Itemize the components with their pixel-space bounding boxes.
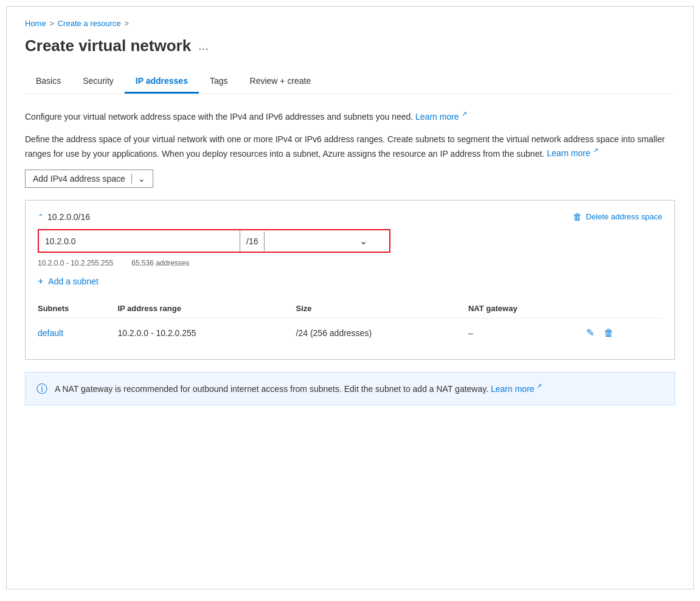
- th-ip-range: IP address range: [117, 299, 296, 318]
- tab-basics[interactable]: Basics: [25, 70, 72, 94]
- subnet-name-cell: default: [38, 318, 117, 348]
- breadcrumb: Home > Create a resource >: [25, 19, 675, 28]
- add-ipv4-label: Add IPv4 address space: [33, 174, 125, 184]
- cidr-select-wrapper: /16 ⌄: [240, 230, 373, 252]
- subnet-ip-range-cell: 10.2.0.0 - 10.2.0.255: [117, 318, 296, 348]
- delete-subnet-button[interactable]: 🗑: [603, 326, 615, 340]
- ext-link-icon-nat: ↗: [536, 382, 542, 390]
- chevron-down-icon: ⌄: [359, 235, 367, 247]
- info-circle-icon: ⓘ: [36, 382, 47, 396]
- info-box-text: A NAT gateway is recommended for outboun…: [55, 381, 542, 396]
- ip-range-info: 10.2.0.0 - 10.2.255.255 65,536 addresses: [38, 259, 662, 267]
- address-range-label: 10.2.0.0/16: [47, 212, 90, 222]
- address-count: 65,536 addresses: [131, 259, 189, 267]
- tab-tags[interactable]: Tags: [199, 70, 239, 94]
- breadcrumb-sep2: >: [125, 19, 129, 28]
- add-btn-container: Add IPv4 address space ⌄: [25, 170, 675, 188]
- delete-address-space-link[interactable]: 🗑 Delete address space: [573, 211, 662, 222]
- plus-icon: +: [38, 276, 43, 287]
- breadcrumb-sep1: >: [50, 19, 54, 28]
- add-subnet-link[interactable]: + Add a subnet: [38, 276, 662, 287]
- page-title-container: Create virtual network ...: [25, 36, 675, 55]
- add-subnet-label: Add a subnet: [48, 276, 99, 286]
- learn-more-2-link[interactable]: Learn more ↗: [547, 148, 598, 158]
- description-2: Define the address space of your virtual…: [25, 133, 675, 160]
- tab-bar: Basics Security IP addresses Tags Review…: [25, 70, 675, 94]
- th-subnets: Subnets: [38, 299, 117, 318]
- add-ipv4-button[interactable]: Add IPv4 address space ⌄: [25, 170, 153, 188]
- ip-input-row: /16 ⌄: [38, 229, 390, 253]
- subnets-table: Subnets IP address range Size NAT gatewa…: [38, 299, 662, 347]
- trash-icon-header: 🗑: [573, 211, 582, 222]
- edit-subnet-button[interactable]: ✎: [585, 326, 595, 340]
- ellipsis-menu[interactable]: ...: [198, 39, 209, 53]
- description-1: Configure your virtual network address s…: [25, 109, 675, 123]
- tab-ip-addresses[interactable]: IP addresses: [125, 70, 199, 94]
- subnet-size-cell: /24 (256 addresses): [296, 318, 468, 348]
- tab-review-create[interactable]: Review + create: [239, 70, 322, 94]
- learn-more-1-link[interactable]: Learn more ↗: [415, 112, 466, 122]
- page-title: Create virtual network: [25, 36, 191, 55]
- dropdown-chevron-icon: ⌄: [138, 174, 145, 184]
- collapse-icon[interactable]: ⌃: [38, 213, 44, 221]
- ip-range-text: 10.2.0.0 - 10.2.255.255: [38, 259, 113, 267]
- subnet-nat-cell: –: [468, 318, 585, 348]
- breadcrumb-home[interactable]: Home: [25, 19, 46, 28]
- cidr-dropdown[interactable]: ⌄: [265, 230, 373, 252]
- address-block-header: ⌃ 10.2.0.0/16 🗑 Delete address space: [38, 211, 662, 222]
- subnet-name-link[interactable]: default: [38, 328, 63, 338]
- breadcrumb-create-resource[interactable]: Create a resource: [58, 19, 121, 28]
- th-nat-gateway: NAT gateway: [468, 299, 585, 318]
- learn-more-nat-link[interactable]: Learn more ↗: [491, 384, 542, 394]
- ext-link-icon-2: ↗: [593, 147, 598, 154]
- tab-security[interactable]: Security: [72, 70, 125, 94]
- button-divider: [131, 174, 132, 184]
- delete-address-label: Delete address space: [586, 212, 662, 221]
- info-box: ⓘ A NAT gateway is recommended for outbo…: [25, 372, 675, 405]
- th-size: Size: [296, 299, 468, 318]
- address-space-block: ⌃ 10.2.0.0/16 🗑 Delete address space /16…: [25, 200, 675, 360]
- table-row: default 10.2.0.0 - 10.2.0.255 /24 (256 a…: [38, 318, 662, 348]
- subnet-actions-cell: ✎ 🗑: [585, 318, 662, 347]
- cidr-prefix: /16: [240, 232, 265, 251]
- th-actions: [585, 299, 662, 318]
- ext-link-icon-1: ↗: [462, 110, 467, 117]
- ip-address-input[interactable]: [39, 230, 240, 252]
